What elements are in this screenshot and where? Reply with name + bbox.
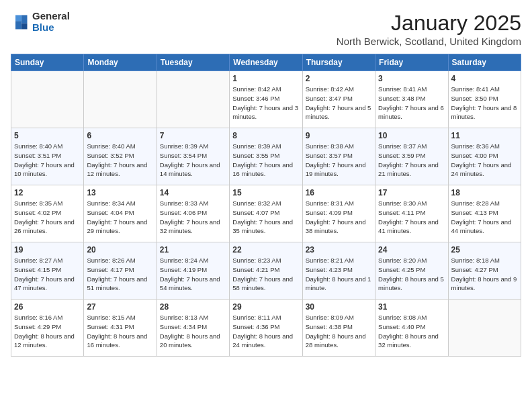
calendar-table: Sunday Monday Tuesday Wednesday Thursday… <box>11 54 521 357</box>
logo-general-text: General <box>32 11 70 22</box>
calendar-cell: 25Sunrise: 8:18 AM Sunset: 4:27 PM Dayli… <box>448 242 521 300</box>
day-info: Sunrise: 8:11 AM Sunset: 4:36 PM Dayligh… <box>232 313 299 350</box>
calendar-cell: 30Sunrise: 8:09 AM Sunset: 4:38 PM Dayli… <box>302 300 375 357</box>
day-number: 15 <box>232 188 299 197</box>
calendar-cell: 12Sunrise: 8:35 AM Sunset: 4:02 PM Dayli… <box>11 185 84 242</box>
day-info: Sunrise: 8:30 AM Sunset: 4:11 PM Dayligh… <box>378 199 445 236</box>
svg-marker-3 <box>15 21 21 29</box>
day-number: 2 <box>306 74 372 83</box>
day-info: Sunrise: 8:34 AM Sunset: 4:04 PM Dayligh… <box>87 199 153 236</box>
day-info: Sunrise: 8:42 AM Sunset: 3:46 PM Dayligh… <box>232 85 299 122</box>
day-number: 8 <box>232 131 299 140</box>
logo-text: General Blue <box>32 11 70 33</box>
svg-marker-2 <box>15 15 21 21</box>
day-number: 13 <box>87 188 153 197</box>
day-info: Sunrise: 8:40 AM Sunset: 3:52 PM Dayligh… <box>87 142 153 179</box>
day-number: 11 <box>451 131 518 140</box>
calendar-cell: 3Sunrise: 8:41 AM Sunset: 3:48 PM Daylig… <box>375 71 448 128</box>
calendar-cell <box>84 71 157 128</box>
calendar-cell: 17Sunrise: 8:30 AM Sunset: 4:11 PM Dayli… <box>375 185 448 242</box>
calendar-cell: 5Sunrise: 8:40 AM Sunset: 3:51 PM Daylig… <box>11 128 84 185</box>
day-number: 5 <box>14 131 81 140</box>
day-number: 28 <box>160 302 226 312</box>
day-info: Sunrise: 8:18 AM Sunset: 4:27 PM Dayligh… <box>451 256 518 293</box>
day-number: 16 <box>306 188 372 197</box>
day-info: Sunrise: 8:27 AM Sunset: 4:15 PM Dayligh… <box>14 256 81 293</box>
day-info: Sunrise: 8:39 AM Sunset: 3:54 PM Dayligh… <box>160 142 226 179</box>
calendar-cell: 14Sunrise: 8:33 AM Sunset: 4:06 PM Dayli… <box>157 185 229 242</box>
calendar-week-row: 26Sunrise: 8:16 AM Sunset: 4:29 PM Dayli… <box>11 300 521 357</box>
day-info: Sunrise: 8:39 AM Sunset: 3:55 PM Dayligh… <box>232 142 299 179</box>
day-info: Sunrise: 8:23 AM Sunset: 4:21 PM Dayligh… <box>232 256 299 293</box>
calendar-cell: 27Sunrise: 8:15 AM Sunset: 4:31 PM Dayli… <box>84 300 157 357</box>
day-number: 6 <box>87 131 153 140</box>
day-info: Sunrise: 8:37 AM Sunset: 3:59 PM Dayligh… <box>378 142 445 179</box>
day-number: 9 <box>306 131 372 140</box>
calendar-cell: 8Sunrise: 8:39 AM Sunset: 3:55 PM Daylig… <box>230 128 302 185</box>
calendar-cell: 19Sunrise: 8:27 AM Sunset: 4:15 PM Dayli… <box>11 242 84 300</box>
logo-blue-text: Blue <box>32 22 70 34</box>
calendar-cell <box>448 300 521 357</box>
day-info: Sunrise: 8:16 AM Sunset: 4:29 PM Dayligh… <box>14 313 81 350</box>
day-info: Sunrise: 8:31 AM Sunset: 4:09 PM Dayligh… <box>306 199 372 236</box>
calendar-week-row: 12Sunrise: 8:35 AM Sunset: 4:02 PM Dayli… <box>11 185 521 242</box>
title-block: January 2025 North Berwick, Scotland, Un… <box>337 11 521 47</box>
day-info: Sunrise: 8:28 AM Sunset: 4:13 PM Dayligh… <box>451 199 518 236</box>
day-number: 30 <box>306 302 372 312</box>
calendar-cell: 1Sunrise: 8:42 AM Sunset: 3:46 PM Daylig… <box>230 71 302 128</box>
col-thursday: Thursday <box>302 54 375 71</box>
day-info: Sunrise: 8:36 AM Sunset: 4:00 PM Dayligh… <box>451 142 518 179</box>
calendar-cell: 28Sunrise: 8:13 AM Sunset: 4:34 PM Dayli… <box>157 300 229 357</box>
calendar-cell: 13Sunrise: 8:34 AM Sunset: 4:04 PM Dayli… <box>84 185 157 242</box>
day-number: 17 <box>378 188 445 197</box>
day-info: Sunrise: 8:40 AM Sunset: 3:51 PM Dayligh… <box>14 142 81 179</box>
day-info: Sunrise: 8:08 AM Sunset: 4:40 PM Dayligh… <box>378 313 445 350</box>
svg-marker-0 <box>21 15 28 23</box>
day-info: Sunrise: 8:09 AM Sunset: 4:38 PM Dayligh… <box>306 313 372 350</box>
day-number: 18 <box>451 188 518 197</box>
col-tuesday: Tuesday <box>157 54 229 71</box>
calendar-cell: 18Sunrise: 8:28 AM Sunset: 4:13 PM Dayli… <box>448 185 521 242</box>
calendar-cell: 26Sunrise: 8:16 AM Sunset: 4:29 PM Dayli… <box>11 300 84 357</box>
calendar-cell: 22Sunrise: 8:23 AM Sunset: 4:21 PM Dayli… <box>230 242 302 300</box>
day-number: 22 <box>232 245 299 255</box>
day-number: 19 <box>14 245 81 255</box>
day-info: Sunrise: 8:42 AM Sunset: 3:47 PM Dayligh… <box>306 85 372 122</box>
day-number: 29 <box>232 302 299 312</box>
day-number: 23 <box>306 245 372 255</box>
svg-marker-1 <box>21 23 28 29</box>
calendar-week-row: 5Sunrise: 8:40 AM Sunset: 3:51 PM Daylig… <box>11 128 521 185</box>
calendar-cell: 29Sunrise: 8:11 AM Sunset: 4:36 PM Dayli… <box>230 300 302 357</box>
day-number: 24 <box>378 245 445 255</box>
calendar-cell: 15Sunrise: 8:32 AM Sunset: 4:07 PM Dayli… <box>230 185 302 242</box>
calendar-cell: 24Sunrise: 8:20 AM Sunset: 4:25 PM Dayli… <box>375 242 448 300</box>
location: North Berwick, Scotland, United Kingdom <box>337 36 521 47</box>
page-container: General Blue January 2025 North Berwick,… <box>0 0 532 411</box>
day-info: Sunrise: 8:21 AM Sunset: 4:23 PM Dayligh… <box>306 256 372 293</box>
calendar-cell: 16Sunrise: 8:31 AM Sunset: 4:09 PM Dayli… <box>302 185 375 242</box>
day-info: Sunrise: 8:41 AM Sunset: 3:50 PM Dayligh… <box>451 85 518 122</box>
calendar-cell: 7Sunrise: 8:39 AM Sunset: 3:54 PM Daylig… <box>157 128 229 185</box>
day-info: Sunrise: 8:35 AM Sunset: 4:02 PM Dayligh… <box>14 199 81 236</box>
calendar-cell <box>11 71 84 128</box>
calendar-week-row: 1Sunrise: 8:42 AM Sunset: 3:46 PM Daylig… <box>11 71 521 128</box>
calendar-cell: 10Sunrise: 8:37 AM Sunset: 3:59 PM Dayli… <box>375 128 448 185</box>
logo: General Blue <box>11 11 70 33</box>
day-number: 26 <box>14 302 81 312</box>
day-info: Sunrise: 8:38 AM Sunset: 3:57 PM Dayligh… <box>306 142 372 179</box>
month-title: January 2025 <box>337 11 521 36</box>
calendar-cell: 20Sunrise: 8:26 AM Sunset: 4:17 PM Dayli… <box>84 242 157 300</box>
day-info: Sunrise: 8:20 AM Sunset: 4:25 PM Dayligh… <box>378 256 445 293</box>
calendar-week-row: 19Sunrise: 8:27 AM Sunset: 4:15 PM Dayli… <box>11 242 521 300</box>
day-number: 27 <box>87 302 153 312</box>
day-info: Sunrise: 8:33 AM Sunset: 4:06 PM Dayligh… <box>160 199 226 236</box>
day-number: 21 <box>160 245 226 255</box>
logo-icon <box>11 13 30 32</box>
day-number: 4 <box>451 74 518 83</box>
calendar-cell: 31Sunrise: 8:08 AM Sunset: 4:40 PM Dayli… <box>375 300 448 357</box>
calendar-cell: 9Sunrise: 8:38 AM Sunset: 3:57 PM Daylig… <box>302 128 375 185</box>
day-number: 7 <box>160 131 226 140</box>
header: General Blue January 2025 North Berwick,… <box>11 11 521 47</box>
col-wednesday: Wednesday <box>230 54 302 71</box>
day-number: 31 <box>378 302 445 312</box>
